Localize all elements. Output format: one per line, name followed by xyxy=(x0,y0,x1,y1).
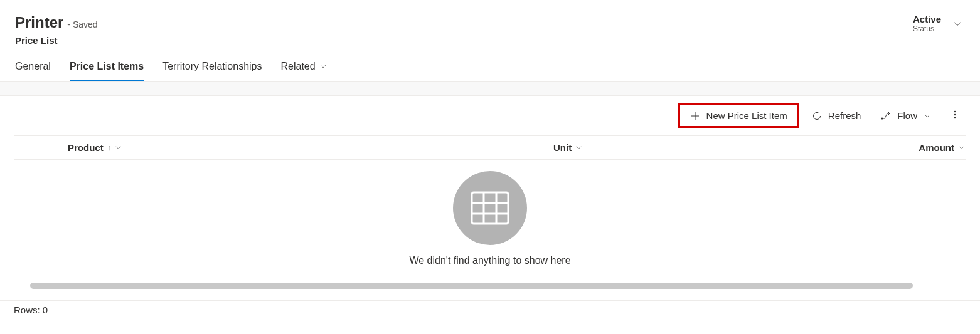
scrollbar-thumb[interactable] xyxy=(30,283,913,289)
tab-label: General xyxy=(15,61,51,72)
column-header-amount[interactable]: Amount xyxy=(836,142,966,153)
empty-state-message: We didn't find anything to show here xyxy=(409,255,570,266)
refresh-button[interactable]: Refresh xyxy=(804,105,869,126)
sort-ascending-icon: ↑ xyxy=(107,144,111,152)
plus-icon xyxy=(690,111,700,121)
button-label: New Price List Item xyxy=(706,110,787,121)
grid-icon xyxy=(470,190,510,226)
tab-label: Price List Items xyxy=(70,61,144,72)
tab-territory-relationships[interactable]: Territory Relationships xyxy=(162,56,262,81)
spacer-bar xyxy=(0,82,980,96)
status-value: Active xyxy=(913,14,941,24)
chevron-down-icon xyxy=(575,144,582,151)
svg-point-0 xyxy=(881,117,883,119)
grid-footer: Rows: 0 xyxy=(0,300,980,319)
chevron-down-icon xyxy=(319,63,327,70)
tab-related[interactable]: Related xyxy=(280,56,326,81)
chevron-down-icon xyxy=(958,144,965,151)
empty-state-icon-circle xyxy=(453,171,527,245)
button-label: Refresh xyxy=(828,110,861,121)
svg-point-1 xyxy=(954,111,956,112)
column-label: Unit xyxy=(553,142,572,153)
grid-header-row: Product ↑ Unit Amount xyxy=(14,135,966,160)
tab-price-list-items[interactable]: Price List Items xyxy=(70,56,144,81)
chevron-down-icon[interactable] xyxy=(952,19,962,29)
new-price-list-item-button[interactable]: New Price List Item xyxy=(678,103,799,128)
svg-point-3 xyxy=(954,117,956,118)
column-label: Amount xyxy=(919,142,954,153)
column-header-unit[interactable]: Unit xyxy=(553,142,836,153)
status-field[interactable]: Active Status xyxy=(913,14,941,33)
tab-bar: General Price List Items Territory Relat… xyxy=(0,56,980,82)
column-label: Product xyxy=(68,142,104,153)
status-label: Status xyxy=(913,24,934,33)
empty-state: We didn't find anything to show here xyxy=(14,160,966,280)
tab-general[interactable]: General xyxy=(15,56,51,81)
svg-rect-4 xyxy=(472,192,508,224)
tab-label: Territory Relationships xyxy=(162,61,262,72)
grid-toolbar: New Price List Item Refresh Flow xyxy=(14,96,966,135)
horizontal-scrollbar[interactable] xyxy=(30,283,950,289)
flow-button[interactable]: Flow xyxy=(873,105,939,126)
refresh-icon xyxy=(812,111,822,121)
more-commands-button[interactable] xyxy=(944,105,966,127)
more-vertical-icon xyxy=(950,110,960,120)
button-label: Flow xyxy=(897,110,917,121)
svg-point-2 xyxy=(954,114,956,115)
tab-label: Related xyxy=(280,61,315,72)
record-title: Printer xyxy=(15,14,63,31)
saved-indicator: - Saved xyxy=(67,19,97,29)
select-all-column[interactable] xyxy=(14,142,51,153)
entity-type-label: Price List xyxy=(15,35,98,46)
column-header-product[interactable]: Product ↑ xyxy=(51,142,553,153)
flow-icon xyxy=(881,111,891,121)
chevron-down-icon xyxy=(115,144,122,151)
row-count: Rows: 0 xyxy=(14,305,48,315)
chevron-down-icon xyxy=(924,112,931,120)
